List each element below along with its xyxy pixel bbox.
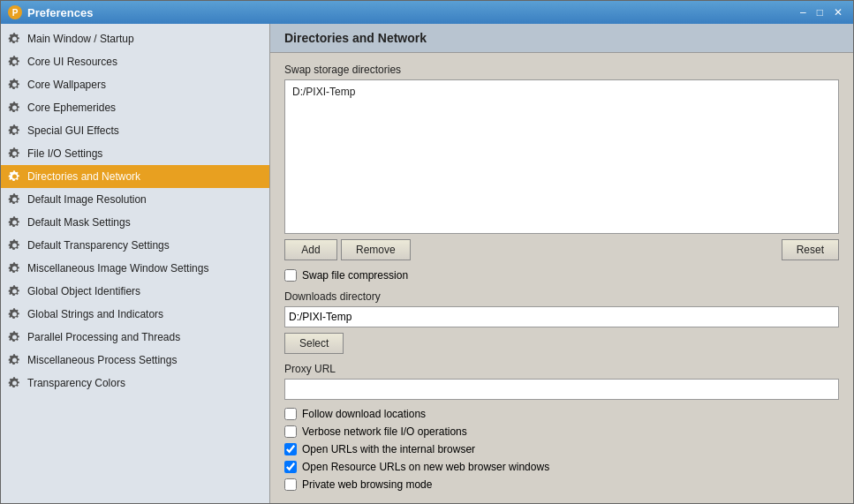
sidebar-item-label: Directories and Network xyxy=(27,170,140,183)
sidebar-item-label: Miscellaneous Image Window Settings xyxy=(27,262,208,275)
checkbox-row-follow-download: Follow download locations xyxy=(284,405,839,423)
sidebar-item-label: Special GUI Effects xyxy=(27,124,119,137)
sidebar-item-core-ui-resources[interactable]: Core UI Resources xyxy=(1,50,269,73)
swap-storage-listbox: D:/PIXI-Temp xyxy=(284,79,839,234)
verbose-network-label: Verbose network file I/O operations xyxy=(302,425,467,438)
sidebar-item-special-gui-effects[interactable]: Special GUI Effects xyxy=(1,119,269,142)
swap-storage-btn-row: Add Remove Reset xyxy=(284,239,839,260)
sidebar-item-core-ephemerides[interactable]: Core Ephemerides xyxy=(1,96,269,119)
swap-storage-label: Swap storage directories xyxy=(284,64,839,76)
follow-download-checkbox[interactable] xyxy=(284,408,297,420)
downloads-directory-label: Downloads directory xyxy=(284,290,839,303)
sidebar-item-label: File I/O Settings xyxy=(27,147,102,160)
maximize-button[interactable]: □ xyxy=(813,6,827,19)
sidebar-item-label: Global Strings and Indicators xyxy=(27,308,163,320)
select-btn-row: Select xyxy=(284,333,839,354)
sidebar-item-label: Core Ephemerides xyxy=(27,102,116,114)
downloads-directory-input[interactable] xyxy=(284,306,839,327)
open-urls-internal-checkbox[interactable] xyxy=(284,443,297,455)
sidebar-item-parallel-processing-and-threads[interactable]: Parallel Processing and Threads xyxy=(1,326,269,349)
open-resource-urls-label: Open Resource URLs on new web browser wi… xyxy=(302,461,549,473)
gear-icon xyxy=(8,55,22,69)
open-urls-internal-label: Open URLs with the internal browser xyxy=(302,443,475,455)
checkbox-row-open-resource-urls: Open Resource URLs on new web browser wi… xyxy=(284,458,839,476)
proxy-url-label: Proxy URL xyxy=(284,363,839,375)
gear-icon xyxy=(8,78,22,92)
sidebar-item-label: Global Object Identifiers xyxy=(27,285,140,297)
sidebar-item-label: Parallel Processing and Threads xyxy=(27,331,180,343)
gear-icon xyxy=(8,215,22,229)
gear-icon xyxy=(8,124,22,138)
app-icon: P xyxy=(8,5,22,19)
add-button[interactable]: Add xyxy=(284,239,337,260)
gear-icon xyxy=(8,261,22,275)
checkbox-row-open-urls-internal: Open URLs with the internal browser xyxy=(284,440,839,458)
sidebar-item-label: Miscellaneous Process Settings xyxy=(27,354,177,366)
sidebar-item-default-mask-settings[interactable]: Default Mask Settings xyxy=(1,211,269,234)
proxy-url-group: Proxy URL xyxy=(284,363,839,400)
checkbox-row-private-browsing: Private web browsing mode xyxy=(284,476,839,493)
remove-button[interactable]: Remove xyxy=(341,239,411,260)
sidebar: Main Window / Startup Core UI Resources … xyxy=(1,24,270,503)
private-browsing-checkbox[interactable] xyxy=(284,478,297,491)
minimize-button[interactable]: – xyxy=(797,6,810,19)
title-bar-left: P Preferences xyxy=(8,5,93,19)
list-item: D:/PIXI-Temp xyxy=(289,84,835,100)
main-content: Directories and Network Swap storage dir… xyxy=(270,24,853,503)
sidebar-item-label: Core UI Resources xyxy=(27,56,117,68)
sidebar-item-core-wallpapers[interactable]: Core Wallpapers xyxy=(1,73,269,96)
gear-icon xyxy=(8,238,22,252)
sidebar-item-miscellaneous-image-window-settings[interactable]: Miscellaneous Image Window Settings xyxy=(1,257,269,280)
swap-compression-row: Swap file compression xyxy=(284,269,839,282)
reset-button[interactable]: Reset xyxy=(782,239,839,260)
gear-icon xyxy=(8,284,22,298)
content-header: Directories and Network xyxy=(270,24,853,53)
verbose-network-checkbox[interactable] xyxy=(284,425,297,438)
gear-icon xyxy=(8,330,22,344)
sidebar-item-transparency-colors[interactable]: Transparency Colors xyxy=(1,372,269,395)
sidebar-item-label: Transparency Colors xyxy=(27,377,125,389)
window-body: Main Window / Startup Core UI Resources … xyxy=(1,24,853,503)
gear-icon xyxy=(8,147,22,161)
gear-icon xyxy=(8,32,22,46)
sidebar-item-label: Core Wallpapers xyxy=(27,79,106,91)
select-button[interactable]: Select xyxy=(284,333,344,354)
window-title: Preferences xyxy=(27,6,93,19)
title-bar-controls: – □ ✕ xyxy=(797,6,846,19)
sidebar-item-label: Main Window / Startup xyxy=(27,33,134,45)
sidebar-item-file-io-settings[interactable]: File I/O Settings xyxy=(1,142,269,165)
gear-icon xyxy=(8,353,22,367)
sidebar-item-label: Default Image Resolution xyxy=(27,193,147,206)
gear-icon xyxy=(8,376,22,390)
checkbox-row-verbose-network: Verbose network file I/O operations xyxy=(284,423,839,440)
sidebar-item-global-object-identifiers[interactable]: Global Object Identifiers xyxy=(1,280,269,303)
sidebar-item-default-image-resolution[interactable]: Default Image Resolution xyxy=(1,188,269,211)
checkbox-list: Follow download locationsVerbose network… xyxy=(284,405,839,493)
swap-compression-checkbox[interactable] xyxy=(284,269,297,282)
sidebar-item-main-window-startup[interactable]: Main Window / Startup xyxy=(1,27,269,50)
swap-compression-label: Swap file compression xyxy=(302,269,408,282)
sidebar-item-miscellaneous-process-settings[interactable]: Miscellaneous Process Settings xyxy=(1,349,269,372)
proxy-url-input[interactable] xyxy=(284,379,839,400)
close-button[interactable]: ✕ xyxy=(830,6,846,19)
gear-icon xyxy=(8,192,22,207)
sidebar-item-label: Default Transparency Settings xyxy=(27,239,170,252)
title-bar: P Preferences – □ ✕ xyxy=(1,1,853,24)
gear-icon xyxy=(8,169,22,184)
sidebar-item-directories-and-network[interactable]: Directories and Network xyxy=(1,165,269,188)
open-resource-urls-checkbox[interactable] xyxy=(284,461,297,473)
sidebar-item-label: Default Mask Settings xyxy=(27,216,131,229)
gear-icon xyxy=(8,307,22,321)
gear-icon xyxy=(8,101,22,115)
follow-download-label: Follow download locations xyxy=(302,408,426,420)
private-browsing-label: Private web browsing mode xyxy=(302,478,432,491)
sidebar-item-global-strings-and-indicators[interactable]: Global Strings and Indicators xyxy=(1,303,269,326)
sidebar-item-default-transparency-settings[interactable]: Default Transparency Settings xyxy=(1,234,269,257)
downloads-directory-group: Downloads directory Select xyxy=(284,290,839,354)
content-body: Swap storage directories D:/PIXI-Temp Ad… xyxy=(270,53,853,503)
preferences-window: P Preferences – □ ✕ Main Window / Startu… xyxy=(0,0,854,504)
